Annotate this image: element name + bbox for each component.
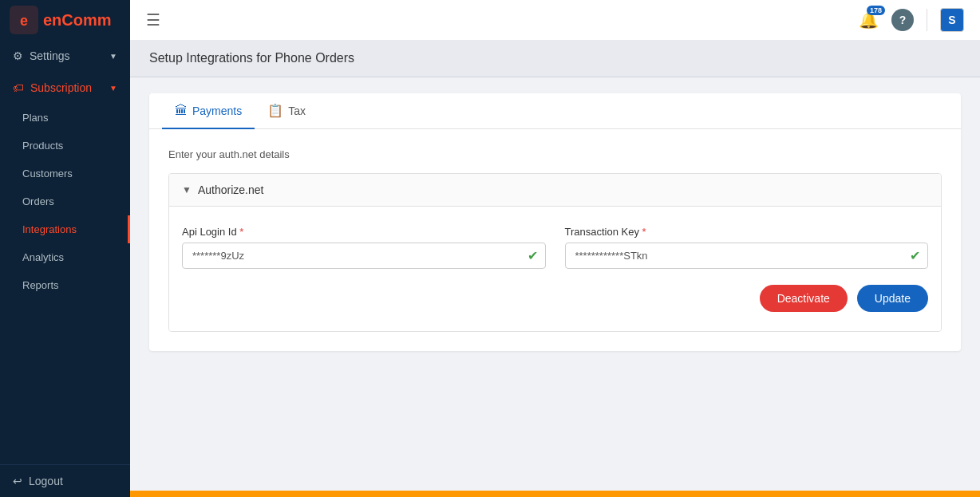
api-login-id-label: Api Login Id * (182, 226, 546, 238)
topbar: ☰ 🔔 178 ? S (130, 0, 980, 40)
topbar-divider (927, 9, 927, 31)
page-content: Setup Integrations for Phone Orders 🏛 Pa… (130, 40, 980, 491)
sidebar-menu: ⚙ Settings ▼ 🏷 Subscription ▼ Plans Prod… (0, 40, 130, 464)
tabs-bar: 🏛 Payments 📋 Tax (149, 93, 961, 129)
accordion-body: Api Login Id * ✔ (169, 207, 941, 331)
accordion-header[interactable]: ▼ Authorize.net (169, 174, 941, 207)
app-name: enComm (43, 11, 112, 30)
payments-tab-label: Payments (192, 105, 242, 117)
form-actions: Deactivate Update (182, 285, 928, 312)
customers-label: Customers (22, 168, 73, 179)
sidebar-item-plans[interactable]: Plans (0, 104, 130, 132)
accordion-label: Authorize.net (198, 183, 264, 196)
api-login-id-input-wrapper: ✔ (182, 243, 546, 269)
transaction-key-check-icon: ✔ (910, 248, 920, 263)
sidebar: e enComm ⚙ Settings ▼ 🏷 Subscription ▼ P… (0, 0, 130, 497)
api-login-check-icon: ✔ (528, 248, 538, 263)
transaction-key-input[interactable] (565, 243, 929, 269)
user-avatar-button[interactable]: S (940, 8, 964, 32)
payments-tab-icon: 🏛 (175, 104, 188, 118)
logout-button[interactable]: ↩ Logout (13, 475, 117, 487)
integrations-label: Integrations (22, 223, 77, 235)
form-area: Enter your auth.net details ▼ Authorize.… (149, 129, 961, 351)
page-body: 🏛 Payments 📋 Tax Enter your auth.net det… (130, 77, 980, 367)
svg-text:e: e (20, 13, 28, 29)
api-login-id-group: Api Login Id * ✔ (182, 226, 546, 269)
transaction-key-input-wrapper: ✔ (565, 243, 929, 269)
settings-label: Settings (30, 49, 70, 62)
sidebar-item-analytics[interactable]: Analytics (0, 243, 130, 271)
logout-icon: ↩ (13, 475, 22, 487)
sidebar-item-customers[interactable]: Customers (0, 160, 130, 187)
page-header: Setup Integrations for Phone Orders (130, 40, 980, 77)
content-card: 🏛 Payments 📋 Tax Enter your auth.net det… (149, 93, 961, 351)
products-label: Products (22, 140, 63, 152)
topbar-right: 🔔 178 ? S (859, 8, 964, 32)
sidebar-logo: e enComm (0, 0, 130, 40)
transaction-key-label: Transaction Key * (565, 226, 929, 238)
settings-icon: ⚙ (13, 49, 23, 62)
update-button[interactable]: Update (857, 285, 928, 312)
main-wrapper: ☰ 🔔 178 ? S Setup Integrations for Phone… (130, 0, 980, 497)
settings-chevron-icon: ▼ (109, 52, 117, 61)
accordion: ▼ Authorize.net Api Login Id * (168, 173, 942, 332)
transaction-key-required-star: * (642, 226, 646, 238)
tab-tax[interactable]: 📋 Tax (255, 93, 318, 129)
sidebar-item-reports[interactable]: Reports (0, 271, 130, 299)
bottom-notification-bar (130, 491, 980, 497)
subscription-label: Subscription (30, 81, 92, 94)
subscription-chevron-icon: ▼ (109, 84, 117, 93)
accordion-chevron-icon: ▼ (182, 184, 192, 195)
tax-tab-icon: 📋 (267, 103, 283, 118)
sidebar-item-settings[interactable]: ⚙ Settings ▼ (0, 40, 130, 72)
reports-label: Reports (22, 279, 59, 291)
analytics-label: Analytics (22, 251, 64, 263)
form-row: Api Login Id * ✔ (182, 226, 928, 269)
notification-badge: 178 (867, 6, 885, 15)
tax-tab-label: Tax (288, 105, 306, 117)
deactivate-button[interactable]: Deactivate (760, 285, 848, 312)
topbar-left: ☰ (146, 10, 160, 30)
transaction-key-group: Transaction Key * ✔ (565, 226, 929, 269)
page-title: Setup Integrations for Phone Orders (149, 51, 961, 65)
help-icon: ? (899, 14, 907, 26)
hamburger-button[interactable]: ☰ (146, 10, 160, 30)
subscription-icon: 🏷 (13, 81, 24, 94)
sidebar-item-products[interactable]: Products (0, 132, 130, 160)
sidebar-item-orders[interactable]: Orders (0, 187, 130, 215)
avatar-label: S (948, 14, 955, 26)
orders-label: Orders (22, 195, 54, 207)
sidebar-item-integrations[interactable]: Integrations (0, 215, 130, 243)
api-login-id-input[interactable] (182, 243, 546, 269)
sidebar-bottom: ↩ Logout (0, 464, 130, 497)
logout-label: Logout (29, 475, 63, 487)
logo-icon: e (10, 6, 38, 34)
api-login-required-star: * (239, 226, 243, 238)
tab-payments[interactable]: 🏛 Payments (162, 93, 255, 129)
plans-label: Plans (22, 112, 49, 124)
help-button[interactable]: ? (891, 9, 914, 31)
notification-button[interactable]: 🔔 178 (859, 10, 879, 30)
form-hint: Enter your auth.net details (168, 148, 942, 160)
sidebar-item-subscription[interactable]: 🏷 Subscription ▼ (0, 72, 130, 104)
